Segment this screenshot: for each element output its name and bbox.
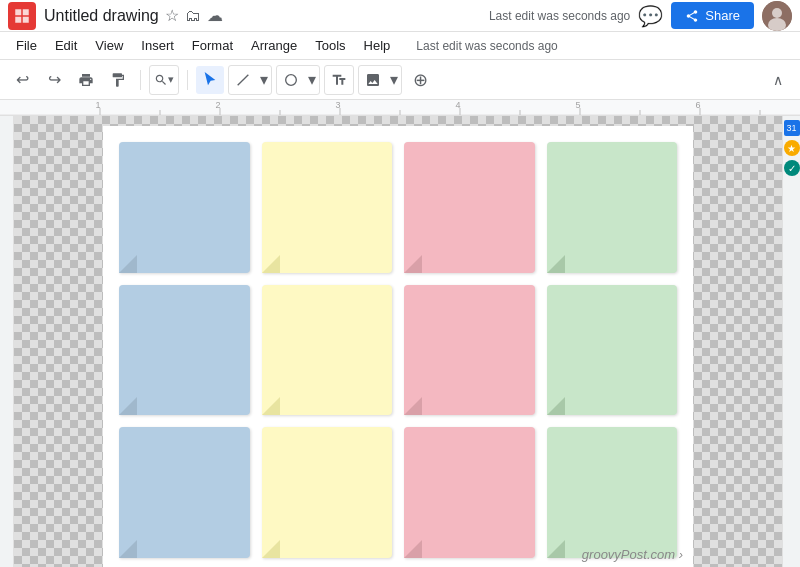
cloud-icon[interactable]: ☁ xyxy=(207,6,223,25)
last-edit-label: Last edit was seconds ago xyxy=(489,9,630,23)
right-panel-btn-1[interactable]: 31 xyxy=(784,120,800,136)
menu-view[interactable]: View xyxy=(87,35,131,56)
sticky-note-2[interactable] xyxy=(262,142,393,273)
zoom-group: ▾ xyxy=(149,65,179,95)
line-dropdown[interactable]: ▾ xyxy=(257,66,271,94)
sticky-note-3[interactable] xyxy=(404,142,535,273)
menu-file[interactable]: File xyxy=(8,35,45,56)
line-tool-group: ▾ xyxy=(228,65,272,95)
sticky-note-7[interactable] xyxy=(404,285,535,416)
left-panel xyxy=(0,116,14,567)
collapse-toolbar-button[interactable]: ∧ xyxy=(764,66,792,94)
sticky-note-6[interactable] xyxy=(262,285,393,416)
drive-icon[interactable]: 🗂 xyxy=(185,7,201,25)
canvas-area[interactable]: groovyPost.com › xyxy=(14,116,782,567)
sticky-note-10[interactable] xyxy=(262,427,393,558)
insert-button[interactable]: ⊕ xyxy=(406,66,434,94)
title-icons: ☆ 🗂 ☁ xyxy=(165,6,223,25)
svg-text:3: 3 xyxy=(335,100,340,110)
menu-tools[interactable]: Tools xyxy=(307,35,353,56)
shape-tool-group: ▾ xyxy=(276,65,320,95)
ruler: /* generated below */ 1 2 3 4 5 6 xyxy=(0,100,800,116)
menu-edit[interactable]: Edit xyxy=(47,35,85,56)
share-button[interactable]: Share xyxy=(671,2,754,29)
sticky-note-11[interactable] xyxy=(404,427,535,558)
ruler-svg: /* generated below */ 1 2 3 4 5 6 xyxy=(0,100,800,116)
svg-point-4 xyxy=(286,74,297,85)
share-label: Share xyxy=(705,8,740,23)
image-dropdown[interactable]: ▾ xyxy=(387,66,401,94)
undo-button[interactable]: ↩ xyxy=(8,66,36,94)
main-area: groovyPost.com › 31 ★ ✓ xyxy=(0,116,800,567)
svg-line-3 xyxy=(238,74,249,85)
paint-format-button[interactable] xyxy=(104,66,132,94)
right-panel-btn-3[interactable]: ✓ xyxy=(784,160,800,176)
svg-text:4: 4 xyxy=(455,100,460,110)
last-edit-label: Last edit was seconds ago xyxy=(416,39,557,53)
google-logo xyxy=(8,2,36,30)
svg-point-1 xyxy=(772,8,782,18)
menu-insert[interactable]: Insert xyxy=(133,35,182,56)
svg-text:1: 1 xyxy=(95,100,100,110)
svg-text:5: 5 xyxy=(575,100,580,110)
document-title[interactable]: Untitled drawing xyxy=(44,7,159,25)
line-tool[interactable] xyxy=(229,66,257,94)
toolbar-separator-2 xyxy=(187,70,188,90)
select-tool[interactable] xyxy=(196,66,224,94)
sticky-note-1[interactable] xyxy=(119,142,250,273)
print-button[interactable] xyxy=(72,66,100,94)
menu-bar: File Edit View Insert Format Arrange Too… xyxy=(0,32,800,60)
redo-button[interactable]: ↪ xyxy=(40,66,68,94)
sticky-note-9[interactable] xyxy=(119,427,250,558)
sticky-note-4[interactable] xyxy=(547,142,678,273)
menu-format[interactable]: Format xyxy=(184,35,241,56)
sticky-note-5[interactable] xyxy=(119,285,250,416)
drawing-canvas: groovyPost.com › xyxy=(103,126,693,567)
title-bar: Untitled drawing ☆ 🗂 ☁ Last edit was sec… xyxy=(0,0,800,32)
image-tool-group: ▾ xyxy=(358,65,402,95)
star-icon[interactable]: ☆ xyxy=(165,6,179,25)
right-panel-btn-2[interactable]: ★ xyxy=(784,140,800,156)
textbox-tool-group xyxy=(324,65,354,95)
user-avatar[interactable] xyxy=(762,1,792,31)
menu-help[interactable]: Help xyxy=(356,35,399,56)
toolbar-separator-1 xyxy=(140,70,141,90)
image-tool[interactable] xyxy=(359,66,387,94)
sticky-note-12[interactable] xyxy=(547,427,678,558)
svg-text:6: 6 xyxy=(695,100,700,110)
comment-button[interactable]: 💬 xyxy=(638,4,663,28)
textbox-tool[interactable] xyxy=(325,66,353,94)
menu-arrange[interactable]: Arrange xyxy=(243,35,305,56)
sticky-note-8[interactable] xyxy=(547,285,678,416)
shape-dropdown[interactable]: ▾ xyxy=(305,66,319,94)
toolbar: ↩ ↪ ▾ ▾ ▾ ▾ ⊕ ∧ xyxy=(0,60,800,100)
svg-text:2: 2 xyxy=(215,100,220,110)
right-panel: 31 ★ ✓ xyxy=(782,116,800,567)
shape-tool[interactable] xyxy=(277,66,305,94)
zoom-button[interactable]: ▾ xyxy=(150,66,178,94)
title-bar-right: Last edit was seconds ago 💬 Share xyxy=(489,1,792,31)
